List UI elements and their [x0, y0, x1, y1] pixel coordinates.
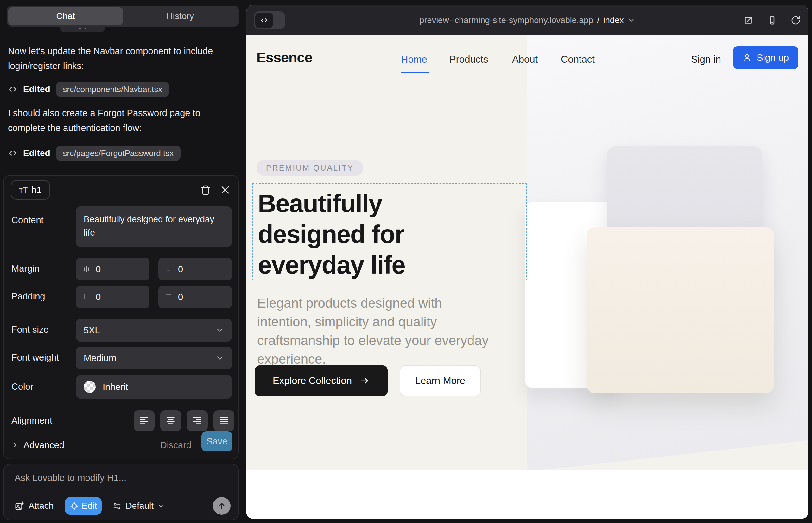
active-nav-underline — [401, 72, 429, 73]
element-editor-panel: тT h1 Content Beautifully designed for e… — [3, 175, 239, 459]
code-toggle-segment[interactable] — [255, 13, 273, 28]
explore-collection-label: Explore Collection — [273, 375, 352, 386]
edit-label: Edit — [82, 501, 97, 511]
tab-history[interactable]: History — [123, 7, 237, 25]
padding-y-field — [158, 286, 232, 308]
nav-link-home[interactable]: Home — [401, 54, 427, 65]
sign-up-button[interactable]: Sign up — [733, 46, 798, 69]
file-chip-navbar[interactable]: src/components/Navbar.tsx — [56, 82, 170, 97]
font-size-label: Font size — [12, 325, 49, 335]
content-textarea[interactable]: Beautifully designed for everyday life — [76, 206, 232, 247]
margin-horizontal-icon — [82, 265, 91, 273]
chevron-down-icon — [628, 16, 635, 24]
color-label: Color — [12, 381, 33, 392]
file-chip-forgot-password[interactable]: src/pages/ForgotPassword.tsx — [56, 146, 181, 161]
margin-y-field — [158, 258, 232, 281]
arrow-right-icon — [360, 376, 370, 385]
attach-label: Attach — [29, 501, 54, 511]
code-icon — [260, 16, 268, 24]
margin-x-input[interactable] — [96, 264, 134, 274]
save-button[interactable]: Save — [201, 431, 232, 451]
site-viewport: Essence Home Products About Contact Sign… — [246, 35, 808, 519]
close-panel-button[interactable] — [220, 184, 231, 195]
image-plus-icon — [15, 501, 24, 511]
learn-more-button[interactable]: Learn More — [400, 365, 481, 396]
nav-link-products[interactable]: Products — [449, 54, 488, 65]
edited-label: Edited — [23, 148, 50, 158]
margin-vertical-icon — [165, 265, 173, 273]
next-section-band — [246, 470, 808, 519]
align-right-icon — [192, 415, 203, 426]
chevron-down-icon — [215, 326, 224, 335]
padding-y-input[interactable] — [178, 292, 216, 302]
decorative-card-beige — [586, 227, 774, 393]
align-left-icon — [139, 415, 149, 426]
attach-button[interactable]: Attach — [15, 501, 54, 511]
padding-vertical-icon — [165, 293, 173, 301]
code-icon — [8, 85, 17, 94]
font-weight-value: Medium — [84, 353, 116, 363]
site-logo[interactable]: Essence — [257, 49, 312, 66]
nav-link-about[interactable]: About — [512, 54, 538, 65]
margin-y-input[interactable] — [178, 264, 216, 274]
edited-file-row: Edited src/components/Navbar.tsx — [8, 82, 169, 97]
alignment-label: Alignment — [12, 415, 52, 426]
composer-input[interactable] — [15, 473, 224, 491]
chevron-down-icon — [215, 354, 224, 362]
lovable-sidebar: Chat History Now let's update the Navbar… — [0, 0, 241, 523]
chat-composer: Attach Edit Default — [3, 464, 239, 520]
code-preview-toggle[interactable] — [254, 12, 285, 29]
padding-x-input[interactable] — [96, 292, 134, 302]
sliders-icon — [112, 502, 122, 511]
chat-history-tabbar: Chat History — [7, 6, 239, 26]
url-separator: / — [597, 16, 600, 25]
element-tag-pill: тT h1 — [11, 180, 50, 200]
mobile-view-icon[interactable] — [767, 16, 777, 25]
align-left-button[interactable] — [134, 410, 155, 431]
explore-collection-button[interactable]: Explore Collection — [254, 365, 388, 396]
content-label: Content — [12, 215, 44, 226]
font-weight-select[interactable]: Medium — [76, 347, 232, 369]
url-bar[interactable]: preview--charming-site-symphony.lovable.… — [420, 16, 635, 25]
nav-link-contact[interactable]: Contact — [561, 54, 595, 65]
composer-toolbar: Attach Edit Default — [15, 497, 231, 515]
margin-x-field — [76, 258, 149, 281]
padding-label: Padding — [12, 291, 45, 302]
chevron-down-icon — [157, 502, 164, 509]
align-center-button[interactable] — [160, 410, 181, 431]
url-host: preview--charming-site-symphony.lovable.… — [420, 16, 594, 25]
url-path: index — [603, 16, 624, 25]
color-value: Inherit — [103, 382, 128, 392]
align-right-button[interactable] — [187, 410, 208, 431]
mode-label: Default — [125, 501, 154, 511]
align-justify-button[interactable] — [213, 410, 234, 431]
assistant-message: Now let's update the Navbar component to… — [8, 44, 226, 73]
color-swatch — [84, 381, 96, 393]
arrow-up-icon — [217, 502, 226, 510]
typography-icon: тT — [19, 185, 28, 195]
advanced-toggle[interactable]: Advanced — [12, 435, 64, 455]
assistant-message: I should also create a Forgot Password p… — [8, 106, 226, 136]
align-justify-icon — [218, 415, 229, 426]
preview-window: preview--charming-site-symphony.lovable.… — [246, 5, 808, 519]
send-button[interactable] — [213, 497, 231, 515]
tab-chat[interactable]: Chat — [8, 7, 123, 25]
color-select[interactable]: Inherit — [76, 375, 232, 399]
mode-selector[interactable]: Default — [112, 501, 164, 511]
font-size-select[interactable]: 5XL — [76, 319, 232, 342]
code-icon — [8, 148, 17, 158]
padding-horizontal-icon — [82, 293, 91, 301]
edit-mode-button[interactable]: Edit — [65, 497, 102, 515]
refresh-icon[interactable] — [791, 16, 800, 25]
dot — [85, 28, 86, 30]
sign-in-link[interactable]: Sign in — [691, 54, 721, 65]
alignment-group — [134, 410, 234, 431]
element-selection-outline — [252, 183, 527, 281]
discard-button[interactable]: Discard — [160, 435, 191, 455]
delete-element-button[interactable] — [200, 184, 211, 195]
edited-file-row: Edited src/pages/ForgotPassword.tsx — [8, 146, 180, 161]
font-weight-label: Font weight — [12, 353, 59, 363]
element-tag-label: h1 — [31, 185, 41, 195]
open-external-icon[interactable] — [743, 16, 753, 25]
align-center-icon — [165, 415, 176, 426]
